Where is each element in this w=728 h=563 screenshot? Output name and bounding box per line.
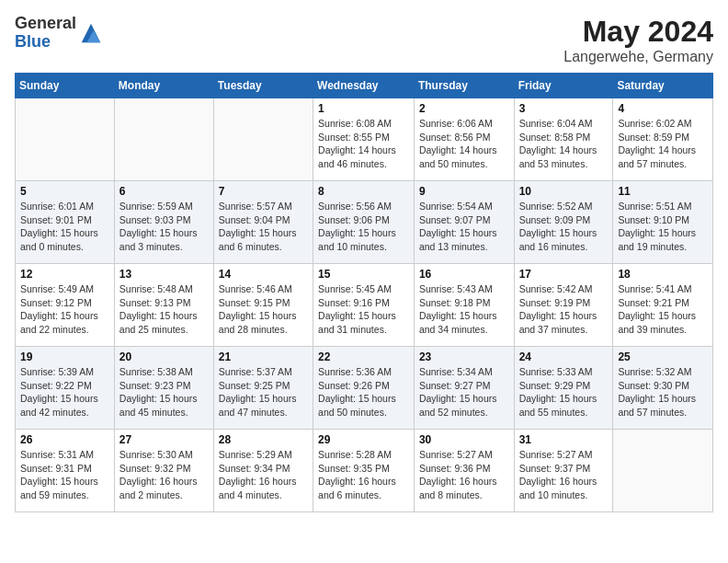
day-number: 16 (419, 268, 509, 281)
calendar-cell (16, 98, 115, 181)
weekday-monday: Monday (114, 74, 213, 98)
calendar-week-row: 26Sunrise: 5:31 AM Sunset: 9:31 PM Dayli… (16, 430, 713, 512)
day-info: Sunrise: 5:43 AM Sunset: 9:18 PM Dayligh… (419, 282, 509, 337)
calendar-cell: 17Sunrise: 5:42 AM Sunset: 9:19 PM Dayli… (514, 264, 613, 347)
day-info: Sunrise: 6:06 AM Sunset: 8:56 PM Dayligh… (419, 117, 509, 171)
calendar-week-row: 12Sunrise: 5:49 AM Sunset: 9:12 PM Dayli… (16, 264, 713, 347)
calendar-cell: 18Sunrise: 5:41 AM Sunset: 9:21 PM Dayli… (613, 264, 713, 347)
weekday-wednesday: Wednesday (313, 74, 415, 98)
day-number: 18 (618, 268, 708, 281)
day-info: Sunrise: 5:42 AM Sunset: 9:19 PM Dayligh… (519, 282, 609, 337)
day-number: 1 (318, 102, 409, 115)
day-number: 5 (20, 185, 109, 198)
calendar-cell: 26Sunrise: 5:31 AM Sunset: 9:31 PM Dayli… (16, 430, 115, 512)
day-number: 8 (318, 185, 409, 198)
calendar-cell: 31Sunrise: 5:27 AM Sunset: 9:37 PM Dayli… (514, 430, 613, 512)
calendar-cell: 16Sunrise: 5:43 AM Sunset: 9:18 PM Dayli… (414, 264, 514, 347)
day-number: 15 (318, 268, 409, 281)
logo: General Blue (15, 15, 104, 52)
calendar-week-row: 19Sunrise: 5:39 AM Sunset: 9:22 PM Dayli… (16, 347, 713, 430)
logo-blue: Blue (15, 33, 76, 52)
calendar-cell: 30Sunrise: 5:27 AM Sunset: 9:36 PM Dayli… (414, 430, 514, 512)
day-number: 9 (419, 185, 509, 198)
weekday-tuesday: Tuesday (213, 74, 313, 98)
day-info: Sunrise: 5:49 AM Sunset: 9:12 PM Dayligh… (20, 282, 109, 337)
day-number: 7 (219, 185, 308, 198)
day-info: Sunrise: 5:38 AM Sunset: 9:23 PM Dayligh… (119, 365, 209, 419)
day-info: Sunrise: 5:51 AM Sunset: 9:10 PM Dayligh… (618, 200, 708, 254)
calendar-cell: 23Sunrise: 5:34 AM Sunset: 9:27 PM Dayli… (414, 347, 514, 430)
day-number: 14 (219, 268, 308, 281)
calendar-cell: 22Sunrise: 5:36 AM Sunset: 9:26 PM Dayli… (313, 347, 415, 430)
day-number: 13 (119, 268, 209, 281)
calendar-cell: 6Sunrise: 5:59 AM Sunset: 9:03 PM Daylig… (114, 181, 213, 264)
weekday-header-row: SundayMondayTuesdayWednesdayThursdayFrid… (16, 74, 713, 98)
day-number: 10 (519, 185, 609, 198)
day-info: Sunrise: 5:48 AM Sunset: 9:13 PM Dayligh… (119, 282, 209, 337)
day-info: Sunrise: 5:33 AM Sunset: 9:29 PM Dayligh… (519, 365, 609, 419)
calendar-cell: 20Sunrise: 5:38 AM Sunset: 9:23 PM Dayli… (114, 347, 213, 430)
day-info: Sunrise: 5:59 AM Sunset: 9:03 PM Dayligh… (119, 200, 209, 254)
day-info: Sunrise: 5:41 AM Sunset: 9:21 PM Dayligh… (618, 282, 708, 337)
day-number: 2 (419, 102, 509, 115)
calendar-cell: 15Sunrise: 5:45 AM Sunset: 9:16 PM Dayli… (313, 264, 415, 347)
calendar-cell (114, 98, 213, 181)
day-number: 17 (519, 268, 609, 281)
location-title: Langerwehe, Germany (563, 49, 713, 65)
calendar-cell: 3Sunrise: 6:04 AM Sunset: 8:58 PM Daylig… (514, 98, 613, 181)
day-info: Sunrise: 5:54 AM Sunset: 9:07 PM Dayligh… (419, 200, 509, 254)
day-info: Sunrise: 5:45 AM Sunset: 9:16 PM Dayligh… (318, 282, 409, 337)
logo-icon (78, 20, 104, 46)
day-number: 21 (219, 350, 308, 363)
day-info: Sunrise: 5:30 AM Sunset: 9:32 PM Dayligh… (119, 448, 209, 502)
title-block: May 2024 Langerwehe, Germany (563, 15, 713, 65)
day-number: 30 (419, 433, 509, 446)
day-number: 23 (419, 350, 509, 363)
calendar-week-row: 5Sunrise: 6:01 AM Sunset: 9:01 PM Daylig… (16, 181, 713, 264)
calendar-table: SundayMondayTuesdayWednesdayThursdayFrid… (15, 73, 713, 512)
page-header: General Blue May 2024 Langerwehe, German… (15, 15, 713, 65)
calendar-cell: 7Sunrise: 5:57 AM Sunset: 9:04 PM Daylig… (213, 181, 313, 264)
logo-general: General (15, 15, 76, 33)
day-info: Sunrise: 5:28 AM Sunset: 9:35 PM Dayligh… (318, 448, 409, 502)
day-number: 24 (519, 350, 609, 363)
day-number: 20 (119, 350, 209, 363)
day-number: 12 (20, 268, 109, 281)
calendar-cell: 10Sunrise: 5:52 AM Sunset: 9:09 PM Dayli… (514, 181, 613, 264)
day-info: Sunrise: 5:52 AM Sunset: 9:09 PM Dayligh… (519, 200, 609, 254)
day-number: 19 (20, 350, 109, 363)
calendar-cell: 28Sunrise: 5:29 AM Sunset: 9:34 PM Dayli… (213, 430, 313, 512)
weekday-sunday: Sunday (16, 74, 115, 98)
day-info: Sunrise: 5:31 AM Sunset: 9:31 PM Dayligh… (20, 448, 109, 502)
day-info: Sunrise: 5:27 AM Sunset: 9:36 PM Dayligh… (419, 448, 509, 502)
calendar-cell: 5Sunrise: 6:01 AM Sunset: 9:01 PM Daylig… (16, 181, 115, 264)
day-number: 28 (219, 433, 308, 446)
day-number: 6 (119, 185, 209, 198)
day-info: Sunrise: 6:02 AM Sunset: 8:59 PM Dayligh… (618, 117, 708, 171)
day-info: Sunrise: 5:37 AM Sunset: 9:25 PM Dayligh… (219, 365, 308, 419)
day-info: Sunrise: 5:34 AM Sunset: 9:27 PM Dayligh… (419, 365, 509, 419)
calendar-cell (213, 98, 313, 181)
day-number: 26 (20, 433, 109, 446)
calendar-cell: 11Sunrise: 5:51 AM Sunset: 9:10 PM Dayli… (613, 181, 713, 264)
calendar-cell: 29Sunrise: 5:28 AM Sunset: 9:35 PM Dayli… (313, 430, 415, 512)
day-info: Sunrise: 6:01 AM Sunset: 9:01 PM Dayligh… (20, 200, 109, 254)
day-info: Sunrise: 6:04 AM Sunset: 8:58 PM Dayligh… (519, 117, 609, 171)
calendar-cell (613, 430, 713, 512)
calendar-cell: 12Sunrise: 5:49 AM Sunset: 9:12 PM Dayli… (16, 264, 115, 347)
calendar-cell: 8Sunrise: 5:56 AM Sunset: 9:06 PM Daylig… (313, 181, 415, 264)
day-number: 31 (519, 433, 609, 446)
calendar-cell: 13Sunrise: 5:48 AM Sunset: 9:13 PM Dayli… (114, 264, 213, 347)
day-info: Sunrise: 5:27 AM Sunset: 9:37 PM Dayligh… (519, 448, 609, 502)
month-title: May 2024 (563, 15, 713, 49)
day-info: Sunrise: 5:56 AM Sunset: 9:06 PM Dayligh… (318, 200, 409, 254)
calendar-cell: 1Sunrise: 6:08 AM Sunset: 8:55 PM Daylig… (313, 98, 415, 181)
calendar-body: 1Sunrise: 6:08 AM Sunset: 8:55 PM Daylig… (16, 98, 713, 512)
weekday-saturday: Saturday (613, 74, 713, 98)
day-number: 25 (618, 350, 708, 363)
calendar-cell: 24Sunrise: 5:33 AM Sunset: 9:29 PM Dayli… (514, 347, 613, 430)
calendar-cell: 4Sunrise: 6:02 AM Sunset: 8:59 PM Daylig… (613, 98, 713, 181)
calendar-cell: 14Sunrise: 5:46 AM Sunset: 9:15 PM Dayli… (213, 264, 313, 347)
weekday-friday: Friday (514, 74, 613, 98)
day-info: Sunrise: 5:29 AM Sunset: 9:34 PM Dayligh… (219, 448, 308, 502)
